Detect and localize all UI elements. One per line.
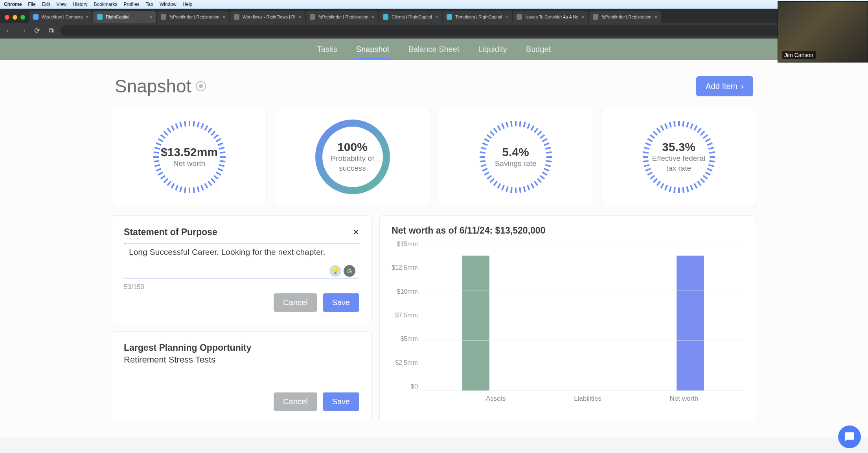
- y-tick: $0: [411, 383, 418, 390]
- sop-cancel-button[interactable]: Cancel: [274, 293, 317, 312]
- svg-line-139: [653, 131, 657, 135]
- window-zoom[interactable]: [20, 15, 25, 20]
- visibility-icon[interactable]: [196, 81, 206, 91]
- browser-tab[interactable]: RightCapital×: [93, 11, 156, 23]
- address-bar[interactable]: [61, 25, 853, 36]
- svg-line-82: [482, 169, 487, 171]
- svg-line-98: [683, 121, 684, 127]
- mac-menu-bookmarks[interactable]: Bookmarks: [94, 2, 118, 7]
- browser-tab[interactable]: Workflows - RightFlows | Ri×: [230, 11, 305, 23]
- svg-line-64: [544, 169, 549, 171]
- opp-save-button[interactable]: Save: [323, 392, 360, 411]
- svg-line-89: [484, 139, 489, 142]
- nav-reload[interactable]: ⟳: [32, 26, 42, 35]
- window-controls: [2, 15, 29, 23]
- nav-back[interactable]: ←: [4, 27, 13, 35]
- svg-line-96: [511, 121, 511, 127]
- kpi-card[interactable]: $13.52mmNet worth: [112, 108, 267, 206]
- svg-line-141: [661, 125, 664, 130]
- tab-close-icon[interactable]: ×: [86, 14, 88, 20]
- kpi-card[interactable]: 100%Probability of success: [275, 108, 430, 206]
- nav-budget[interactable]: Budget: [524, 40, 552, 59]
- window-minimize[interactable]: [13, 15, 17, 20]
- tab-close-icon[interactable]: ×: [435, 14, 438, 20]
- window-close[interactable]: [5, 15, 9, 20]
- mac-menu-file[interactable]: File: [28, 2, 35, 7]
- mac-menu-view[interactable]: View: [56, 2, 66, 7]
- svg-line-102: [697, 128, 701, 133]
- chart-bar[interactable]: [677, 256, 704, 390]
- y-tick: $7.5mm: [395, 312, 418, 319]
- browser-tab[interactable]: fpPathfinder | Registration×: [589, 11, 661, 23]
- svg-line-126: [657, 181, 660, 186]
- mac-app-name[interactable]: Chrome: [4, 2, 22, 7]
- svg-line-125: [661, 184, 664, 188]
- svg-line-136: [645, 143, 651, 145]
- svg-line-140: [657, 128, 660, 133]
- video-thumbnail[interactable]: Jim Carlson: [778, 1, 868, 63]
- browser-tab[interactable]: fpPathfinder | Registration×: [157, 11, 229, 23]
- tab-close-icon[interactable]: ×: [581, 14, 584, 20]
- svg-line-20: [205, 184, 208, 188]
- browser-tab[interactable]: Issues To Consider As A Ne×: [513, 11, 588, 23]
- svg-line-10: [219, 147, 224, 149]
- chart-y-axis: $15mm$12.5mm$10mm$7.5mm$5mm$2.5mm$0: [392, 241, 422, 390]
- svg-line-16: [216, 172, 221, 175]
- intercom-chat-button[interactable]: [838, 425, 861, 448]
- tab-close-icon[interactable]: ×: [655, 14, 657, 20]
- svg-line-83: [481, 165, 486, 166]
- page-title: Snapshot: [115, 76, 206, 97]
- x-tick: Net worth: [670, 395, 699, 403]
- y-tick: $5mm: [400, 335, 417, 343]
- svg-line-34: [154, 165, 160, 166]
- svg-line-94: [502, 123, 504, 129]
- svg-line-62: [546, 161, 552, 162]
- mac-menu-profiles[interactable]: Profiles: [124, 2, 140, 7]
- tab-close-icon[interactable]: ×: [505, 14, 508, 20]
- svg-line-15: [218, 169, 223, 171]
- svg-line-128: [650, 175, 655, 179]
- browser-tab[interactable]: fpPathfinder | Registration×: [306, 11, 378, 23]
- sop-save-button[interactable]: Save: [323, 293, 360, 312]
- kpi-card[interactable]: 5.4%Savings rate: [438, 108, 593, 206]
- nav-balance-sheet[interactable]: Balance Sheet: [406, 40, 461, 59]
- svg-line-8: [216, 139, 221, 142]
- browser-tab[interactable]: Wealthbox | Contacts×: [29, 11, 92, 23]
- svg-line-142: [665, 123, 667, 129]
- tab-close-icon[interactable]: ×: [371, 14, 374, 20]
- svg-line-134: [643, 152, 648, 153]
- tab-close-icon[interactable]: ×: [223, 14, 225, 20]
- opp-cancel-button[interactable]: Cancel: [274, 392, 317, 411]
- kpi-label: Probability of success: [313, 154, 392, 173]
- grammarly-icon[interactable]: 💡: [329, 265, 341, 277]
- browser-tab[interactable]: Templates | RightCapital×: [443, 11, 512, 23]
- mac-menu-tab[interactable]: Tab: [146, 2, 153, 7]
- tab-close-icon[interactable]: ×: [298, 14, 301, 20]
- close-icon[interactable]: ✕: [352, 227, 359, 238]
- nav-snapshot[interactable]: Snapshot: [355, 40, 391, 59]
- svg-line-53: [531, 125, 534, 130]
- svg-line-60: [546, 152, 552, 153]
- mac-menu-help[interactable]: Help: [183, 2, 193, 7]
- svg-line-115: [701, 179, 704, 182]
- nav-tasks[interactable]: Tasks: [316, 40, 339, 59]
- y-tick: $12.5mm: [392, 264, 418, 271]
- tab-close-icon[interactable]: ×: [149, 14, 152, 20]
- nav-home[interactable]: ⧉: [46, 27, 56, 35]
- svg-line-99: [687, 122, 688, 127]
- svg-line-46: [180, 122, 182, 127]
- mac-menu-window[interactable]: Window: [160, 2, 177, 7]
- browser-tab[interactable]: Clients | RightCapital×: [379, 11, 442, 23]
- grammarly-check-icon[interactable]: G: [344, 265, 355, 277]
- nav-liquidity[interactable]: Liquidity: [476, 40, 508, 59]
- svg-line-86: [480, 152, 485, 153]
- chart-bar[interactable]: [462, 256, 489, 390]
- mac-menu-history[interactable]: History: [73, 2, 87, 7]
- mac-menu-edit[interactable]: Edit: [42, 2, 50, 7]
- kpi-card[interactable]: 35.3%Effective federal tax rate: [601, 108, 756, 206]
- nav-forward[interactable]: →: [18, 27, 28, 35]
- add-item-button[interactable]: Add Item ›: [696, 76, 753, 96]
- kpi-label: Effective federal tax rate: [640, 154, 718, 173]
- svg-line-123: [669, 186, 671, 192]
- sop-textarea[interactable]: [124, 243, 359, 278]
